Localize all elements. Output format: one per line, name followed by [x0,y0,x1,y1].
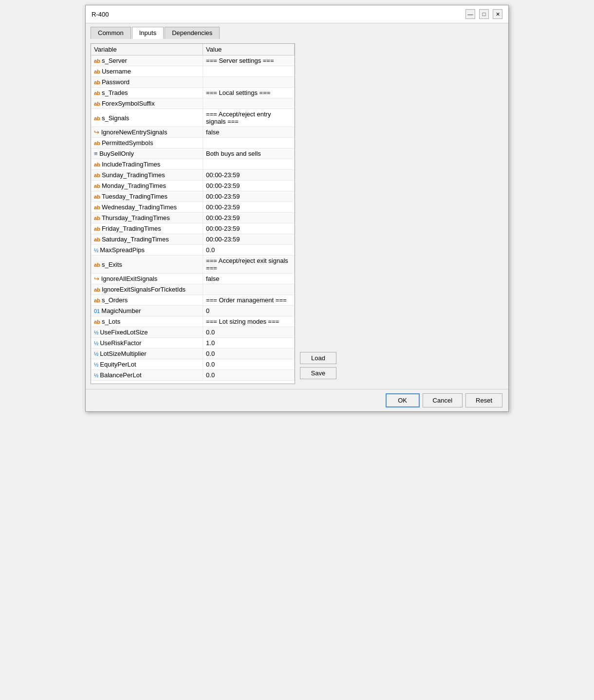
table-row[interactable]: ½ UseRiskFactor1.0 [91,338,294,349]
variable-value: === Accept/reject exit signals === [203,256,295,274]
variable-value: 0.0 [203,370,295,381]
tabs-bar: Common Inputs Dependencies [86,23,508,38]
type-icon: ab [94,115,102,121]
type-icon: ab [94,90,102,96]
table-row[interactable]: ab Password [91,77,294,88]
table-row[interactable]: ab Wednesday_TradingTimes00:00-23:59 [91,202,294,213]
tab-inputs[interactable]: Inputs [132,27,164,39]
variable-value: false [203,127,295,138]
tab-common[interactable]: Common [91,27,131,39]
variable-name: Password [102,78,130,86]
variable-value [203,159,295,170]
variable-value: === Local settings === [203,88,295,98]
table-row[interactable]: ≡ BuySellOnlyBoth buys and sells [91,148,294,159]
type-icon: ab [94,262,102,268]
variable-name: Friday_TradingTimes [102,225,161,232]
type-icon: ab [94,226,102,232]
type-icon: ab [94,162,102,167]
variable-value: 0.0 [203,327,295,338]
table-row[interactable]: ab s_Lots=== Lot sizing modes === [91,316,294,327]
table-row[interactable]: ab Username [91,66,294,77]
save-button[interactable]: Save [300,367,336,379]
type-icon: ab [94,287,102,293]
table-row[interactable]: ½ BalancePerLot0.0 [91,370,294,381]
reset-button[interactable]: Reset [465,393,502,407]
type-icon: ab [94,297,102,303]
table-row[interactable]: ½ MaxSpreadPips0.0 [91,245,294,256]
variable-value: === Server settings === [203,55,295,66]
cancel-button[interactable]: Cancel [423,393,463,407]
table-row[interactable]: ↪ IgnoreAllExitSignalsfalse [91,274,294,284]
col-header-variable: Variable [91,44,203,55]
table-row[interactable]: ab Thursday_TradingTimes00:00-23:59 [91,213,294,223]
table-row[interactable]: ↪ IgnoreNewEntrySignalsfalse [91,127,294,138]
tab-dependencies[interactable]: Dependencies [165,27,220,39]
variable-name: Saturday_TradingTimes [102,236,169,243]
table-row[interactable]: ½ UseFixedLotSize0.0 [91,327,294,338]
table-row[interactable]: ab Saturday_TradingTimes00:00-23:59 [91,234,294,245]
type-icon: ½ [94,330,100,335]
variable-value: === Order management === [203,295,295,306]
table-row[interactable]: 01 MagicNumber0 [91,306,294,316]
table-row[interactable]: ab ForexSymbolSuffix [91,98,294,109]
variable-value: === Accept/reject entry signals === [203,109,295,127]
variable-value: === Lot sizing modes === [203,316,295,327]
variable-name: IncludeTradingTimes [102,161,160,168]
variable-value [203,77,295,88]
col-header-value: Value [203,44,295,55]
variable-value: 00:00-23:59 [203,213,295,223]
table-row[interactable]: ab s_Server=== Server settings === [91,55,294,66]
table-wrapper: Variable Value ab s_Server=== Server set… [91,43,503,384]
variable-value: 00:00-23:59 [203,181,295,191]
table-row[interactable]: ½ LotSizeMultiplier0.0 [91,349,294,359]
type-icon: ab [94,172,102,178]
table-row[interactable]: ab IncludeTradingTimes [91,159,294,170]
maximize-button[interactable]: □ [479,9,489,19]
type-icon: ↪ [94,275,101,282]
type-icon: ab [94,215,102,221]
table-row[interactable]: ab s_Trades=== Local settings === [91,88,294,98]
table-row[interactable]: ab PermittedSymbols [91,138,294,148]
table-row[interactable]: ab Friday_TradingTimes00:00-23:59 [91,223,294,234]
variable-name: UseRiskFactor [100,339,141,347]
type-icon: ≡ [94,150,99,157]
type-icon: ab [94,237,102,242]
close-button[interactable]: ✕ [493,9,502,19]
content-area: Variable Value ab s_Server=== Server set… [86,38,508,389]
side-buttons: Load Save [300,43,336,384]
title-bar: R-400 — □ ✕ [86,5,508,23]
variable-value: 1.0 [203,338,295,349]
variable-value: 0 [203,306,295,316]
variable-name: Monday_TradingTimes [102,182,166,189]
load-button[interactable]: Load [300,352,336,364]
variable-value: 00:00-23:59 [203,234,295,245]
table-row[interactable]: ½ EquityPerLot0.0 [91,359,294,370]
variable-name: BalancePerLot [100,371,141,379]
table-row[interactable]: ab IgnoreExitSignalsForTicketIds [91,284,294,295]
variables-table: Variable Value ab s_Server=== Server set… [91,44,295,381]
minimize-button[interactable]: — [465,9,475,19]
table-row[interactable]: ab s_Exits=== Accept/reject exit signals… [91,256,294,274]
table-row[interactable]: ab s_Signals=== Accept/reject entry sign… [91,109,294,127]
type-icon: ½ [94,340,100,346]
variable-name: IgnoreAllExitSignals [101,275,158,282]
footer: OK Cancel Reset [86,389,508,411]
type-icon: ½ [94,362,100,368]
variable-name: Username [102,68,131,75]
table-row[interactable]: ab Tuesday_TradingTimes00:00-23:59 [91,191,294,202]
main-window: R-400 — □ ✕ Common Inputs Dependencies V… [85,5,509,412]
variables-table-container[interactable]: Variable Value ab s_Server=== Server set… [91,43,295,384]
table-row[interactable]: ab Sunday_TradingTimes00:00-23:59 [91,170,294,181]
variable-value: false [203,274,295,284]
table-row[interactable]: ab Monday_TradingTimes00:00-23:59 [91,181,294,191]
type-icon: ab [94,194,102,200]
type-icon: 01 [94,308,101,314]
variable-value: 00:00-23:59 [203,223,295,234]
window-controls: — □ ✕ [465,9,502,19]
ok-button[interactable]: OK [386,393,420,407]
table-row[interactable]: ab s_Orders=== Order management === [91,295,294,306]
variable-name: s_Exits [102,261,122,268]
variable-name: UseFixedLotSize [100,329,148,336]
type-icon: ½ [94,247,100,253]
type-icon: ab [94,101,102,107]
